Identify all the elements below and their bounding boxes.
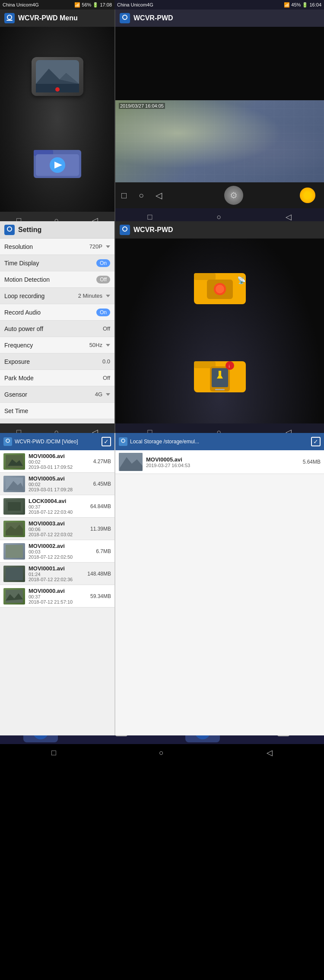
settings-row-gsensor[interactable]: Gsensor 4G: [0, 386, 114, 403]
settings-value-auto-power: Off: [103, 325, 110, 332]
nav-circle-c2[interactable]: ○: [216, 213, 221, 222]
settings-value-gsensor: 4G: [95, 391, 110, 398]
dropdown-arrow-freq: [106, 344, 110, 347]
yellow-btn[interactable]: [300, 188, 315, 203]
file-size-0: 4.27MB: [93, 458, 111, 465]
svg-rect-44: [6, 545, 23, 558]
filelist-right-checkbox[interactable]: ✓: [311, 437, 321, 446]
nav-circle-cam[interactable]: ○: [133, 187, 150, 204]
file-size-r0: 5.64MB: [303, 459, 321, 465]
filelist-left-header: WCVR-PWD /DCIM [Video] ✓: [0, 433, 114, 450]
nav-square-cam[interactable]: □: [115, 187, 133, 204]
settings-label-loop: Loop recording: [4, 293, 44, 299]
dropdown-arrow-loop: [106, 295, 110, 297]
storage-folder-item[interactable]: ↓: [192, 353, 248, 398]
settings-row-motion[interactable]: Motion Detection Off: [0, 271, 114, 288]
settings-label-exposure: Exposure: [4, 358, 30, 365]
file-size-6: 59.34MB: [90, 593, 111, 599]
bottom-nav-bar-main: □ ○ ◁: [0, 744, 324, 761]
svg-rect-29: [215, 389, 225, 390]
file-name-3: MOVI0003.avi: [29, 520, 90, 527]
settings-row-park[interactable]: Park Mode Off: [0, 370, 114, 386]
settings-value-resolution: 720P: [89, 243, 110, 250]
settings-gear-btn[interactable]: ⚙: [224, 186, 243, 205]
menu-title: WCVR-PWD Menu: [18, 14, 78, 22]
camera-menu-item[interactable]: [32, 57, 83, 96]
settings-label-resolution: Resolution: [4, 243, 33, 250]
settings-row-frequency[interactable]: Frequency 50Hz: [0, 337, 114, 353]
file-name-r0: MOVI0005.avi: [146, 456, 303, 463]
filelist-left-checkbox[interactable]: ✓: [102, 437, 111, 446]
settings-header: Setting: [0, 221, 114, 239]
settings-row-exposure[interactable]: Exposure 0.0: [0, 353, 114, 370]
filelist-right-title: Local Storage /storage/emul...: [130, 439, 199, 445]
settings-value-motion[interactable]: Off: [96, 276, 110, 283]
settings-list: Resolution 720P Time Display On Motion D…: [0, 239, 114, 423]
settings-label-time-display: Time Display: [4, 260, 39, 267]
settings-value-exposure: 0.0: [102, 358, 110, 365]
file-item-1[interactable]: MOVI0005.avi 00:02 2019-03-01 17:09:28 6…: [0, 473, 114, 495]
carrier-left: China Unicom4G: [3, 2, 39, 7]
file-item-r0[interactable]: MOVI0005.avi 2019-03-27 16:04:53 5.64MB: [115, 450, 324, 474]
camera-folder-item[interactable]: 📡: [192, 264, 248, 309]
file-name-6: MOVI0000.avi: [29, 588, 90, 594]
file-name-1: MOVI0005.avi: [29, 475, 93, 482]
settings-label-frequency: Frequency: [4, 342, 33, 349]
file-size-5: 148.48MB: [87, 571, 111, 577]
settings-row-audio[interactable]: Record Audio On: [0, 304, 114, 321]
filelist-right-header: Local Storage /storage/emul... ✓: [115, 433, 324, 450]
svg-text:↓: ↓: [228, 363, 231, 368]
file-thumb-1: [3, 476, 25, 492]
nav-back-c2[interactable]: ◁: [286, 212, 292, 222]
settings-value-audio[interactable]: On: [96, 309, 110, 316]
nav-back-cam[interactable]: ◁: [150, 187, 167, 204]
file-info-4: MOVI0002.avi 00:03 2018-07-12 22:02:50: [29, 543, 96, 560]
file-dur-2: 00:37: [29, 504, 90, 509]
file-item-4[interactable]: MOVI0002.avi 00:03 2018-07-12 22:02:50 6…: [0, 540, 114, 563]
settings-row-auto-power[interactable]: Auto power off Off: [0, 321, 114, 337]
nav-square-c2[interactable]: □: [148, 213, 152, 222]
camera-controls: □ ○ ◁ ⚙: [115, 182, 324, 208]
camera-folder-icon: 📡: [192, 264, 248, 308]
filelist-right-header-icon: [119, 437, 127, 446]
file-info-2: LOCK0004.avi 00:37 2018-07-12 22:03:40: [29, 498, 90, 515]
settings-label-motion: Motion Detection: [4, 276, 50, 283]
nav-circle-main[interactable]: ○: [159, 748, 164, 757]
nav-square-main[interactable]: □: [51, 748, 56, 757]
file-size-4: 6.7MB: [96, 548, 111, 554]
filelist-left-panel: WCVR-PWD /DCIM [Video] ✓ MOVI0006.avi 00…: [0, 433, 114, 735]
file-info-r0: MOVI0005.avi 2019-03-27 16:04:53: [146, 456, 303, 468]
dropdown-arrow-resolution: [106, 245, 110, 248]
folder-menu-item[interactable]: [32, 143, 83, 182]
file-size-3: 11.39MB: [90, 526, 111, 532]
settings-row-set-time[interactable]: Set Time: [0, 403, 114, 419]
svg-rect-2: [6, 20, 13, 21]
file-thumb-0: [3, 453, 25, 470]
file-info-3: MOVI0003.avi 00:06 2018-07-12 22:03:02: [29, 520, 90, 537]
status-icons-right: 📶 45% 🔋 16:04: [284, 2, 321, 8]
file-item-3[interactable]: MOVI0003.avi 00:06 2018-07-12 22:03:02 1…: [0, 518, 114, 540]
filelist-left-header-icon: [3, 437, 12, 446]
file-item-2[interactable]: LOCK0004.avi 00:37 2018-07-12 22:03:40 6…: [0, 495, 114, 518]
status-icons-left: 📶 56% 🔋 17:08: [74, 2, 112, 8]
nav-back-main[interactable]: ◁: [267, 748, 273, 757]
settings-row-format[interactable]: Format: [0, 419, 114, 423]
file-dur-6: 00:37: [29, 594, 90, 599]
file-item-5[interactable]: MOVI0001.avi 01:24 2018-07-12 22:02:36 1…: [0, 563, 114, 585]
settings-row-resolution[interactable]: Resolution 720P: [0, 239, 114, 255]
svg-rect-0: [4, 13, 15, 23]
file-item-0[interactable]: MOVI0006.avi 00:02 2019-03-01 17:09:52 4…: [0, 450, 114, 473]
menu-header: WCVR-PWD Menu: [0, 10, 114, 27]
file-size-2: 64.84MB: [90, 503, 111, 509]
filelist-right-title-area: Local Storage /storage/emul...: [119, 437, 199, 446]
svg-point-23: [216, 285, 224, 293]
settings-row-loop[interactable]: Loop recording 2 Minutes: [0, 288, 114, 304]
settings-value-time-display[interactable]: On: [96, 259, 110, 267]
settings-label-park: Park Mode: [4, 375, 34, 382]
file-name-4: MOVI0002.avi: [29, 543, 96, 549]
file-thumb-2: [3, 498, 25, 515]
file-dur-3: 00:06: [29, 527, 90, 532]
file-name-0: MOVI0006.avi: [29, 453, 93, 459]
settings-row-time-display[interactable]: Time Display On: [0, 255, 114, 271]
file-item-6[interactable]: MOVI0000.avi 00:37 2018-07-12 21:57:10 5…: [0, 585, 114, 608]
